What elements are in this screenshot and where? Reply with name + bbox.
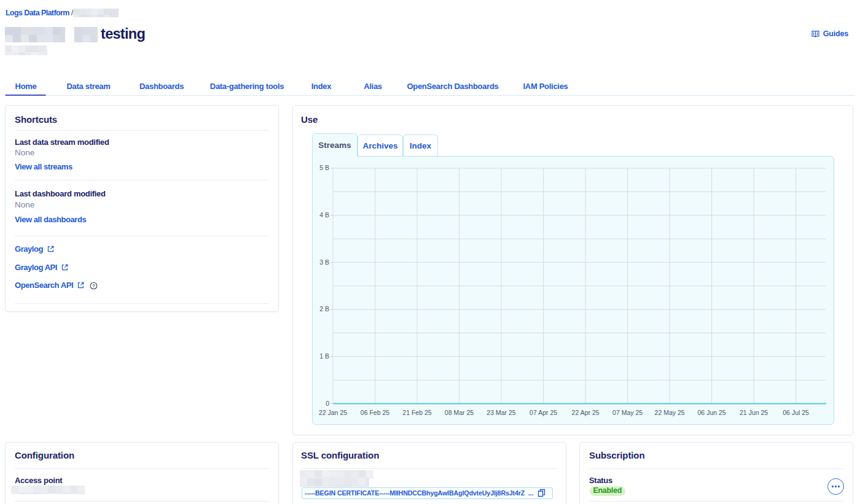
- svg-text:1 B: 1 B: [319, 352, 329, 360]
- svg-text:08 Mar 25: 08 Mar 25: [445, 409, 474, 416]
- svg-text:22 May 25: 22 May 25: [655, 409, 685, 416]
- svg-text:?: ?: [92, 283, 95, 289]
- svg-text:23 Mar 25: 23 Mar 25: [487, 409, 515, 416]
- svg-text:3 B: 3 B: [319, 258, 329, 266]
- svg-text:22 Apr 25: 22 Apr 25: [572, 409, 600, 416]
- svg-text:0: 0: [326, 400, 329, 407]
- svg-text:5 B: 5 B: [319, 164, 329, 171]
- svg-text:21 Feb 25: 21 Feb 25: [402, 409, 431, 416]
- svg-text:06 Jun 25: 06 Jun 25: [698, 409, 726, 416]
- svg-text:22 Jan 25: 22 Jan 25: [319, 409, 347, 416]
- svg-text:07 Apr 25: 07 Apr 25: [530, 409, 557, 416]
- svg-text:06 Feb 25: 06 Feb 25: [361, 409, 389, 416]
- svg-text:4 B: 4 B: [319, 211, 329, 219]
- svg-text:07 May 25: 07 May 25: [612, 409, 643, 416]
- svg-text:21 Jun 25: 21 Jun 25: [740, 409, 768, 416]
- svg-text:06 Jul 25: 06 Jul 25: [783, 409, 809, 416]
- svg-text:2 B: 2 B: [319, 305, 329, 312]
